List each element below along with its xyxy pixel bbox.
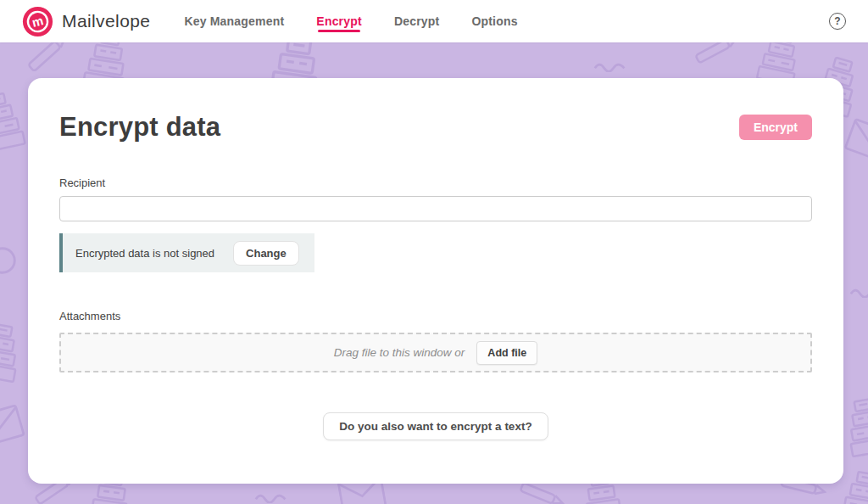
recipient-input[interactable] — [59, 196, 812, 221]
doodle-squiggle-icon — [254, 492, 288, 503]
doodle-tower-icon — [0, 88, 28, 155]
encrypt-data-card: Encrypt data Encrypt Recipient Encrypted… — [28, 78, 843, 484]
nav-encrypt[interactable]: Encrypt — [316, 0, 362, 42]
doodle-circle-icon — [0, 244, 19, 277]
help-icon[interactable]: ? — [829, 13, 846, 30]
add-file-button[interactable]: Add file — [476, 341, 537, 365]
mailvelope-logo[interactable]: m Mailvelope — [22, 6, 150, 37]
doodle-pencil-icon — [25, 42, 72, 76]
doodle-envelope-icon — [843, 117, 868, 165]
dropzone-hint-text: Drag file to this window or — [334, 346, 465, 359]
change-signing-button[interactable]: Change — [233, 241, 299, 266]
doodle-squiggle-icon — [593, 61, 627, 72]
signing-notice: Encrypted data is not signed Change — [59, 233, 314, 272]
card-header: Encrypt data Encrypt — [59, 112, 812, 143]
encrypt-text-toggle-button[interactable]: Do you also want to encrypt a text? — [323, 412, 548, 440]
top-navbar: m Mailvelope Key Management Encrypt Decr… — [0, 0, 868, 42]
nav-key-management[interactable]: Key Management — [184, 0, 284, 42]
doodle-tower-icon — [0, 319, 25, 385]
file-dropzone[interactable]: Drag file to this window or Add file — [59, 333, 812, 372]
signing-notice-text: Encrypted data is not signed — [75, 247, 214, 260]
main-nav: Key Management Encrypt Decrypt Options — [184, 0, 517, 42]
brand-name: Mailvelope — [62, 11, 150, 31]
doodle-pencil-icon — [693, 42, 742, 67]
doodle-tower-icon — [841, 394, 868, 460]
mailvelope-logo-icon: m — [22, 6, 53, 37]
doodle-envelope-icon — [0, 403, 25, 448]
attachments-label: Attachments — [59, 310, 812, 322]
recipient-label: Recipient — [59, 176, 812, 189]
page-background: Encrypt data Encrypt Recipient Encrypted… — [0, 42, 868, 504]
doodle-squiggle-icon — [849, 287, 868, 298]
nav-options[interactable]: Options — [471, 0, 517, 42]
encrypt-button[interactable]: Encrypt — [739, 115, 812, 140]
nav-decrypt[interactable]: Decrypt — [394, 0, 440, 42]
page-title: Encrypt data — [59, 112, 220, 143]
